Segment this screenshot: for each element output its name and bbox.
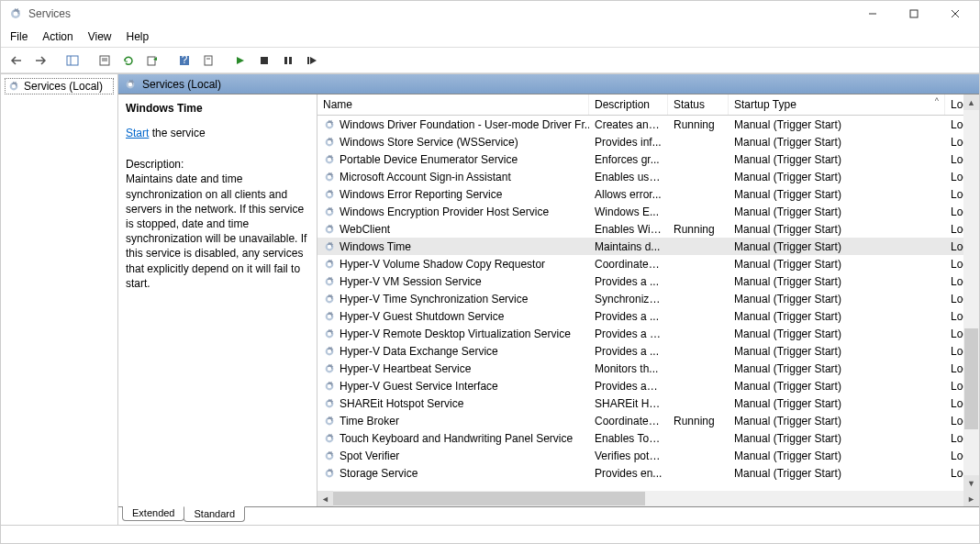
table-row[interactable]: Windows Driver Foundation - User-mode Dr… — [317, 116, 979, 133]
col-name[interactable]: Name — [317, 94, 589, 115]
action-suffix: the service — [149, 127, 205, 139]
close-button[interactable] — [934, 1, 975, 27]
svg-rect-3 — [910, 10, 918, 17]
scroll-right-icon[interactable]: ► — [963, 491, 979, 506]
horizontal-scrollbar[interactable]: ◄ ► — [317, 491, 979, 506]
service-name: Windows Error Reporting Service — [340, 188, 502, 201]
help-button[interactable]: ? — [174, 50, 195, 71]
show-hide-tree-button[interactable] — [62, 50, 83, 71]
service-name: SHAREit Hotspot Service — [340, 397, 463, 410]
service-desc: Synchronize... — [589, 293, 668, 305]
service-name: Touch Keyboard and Handwriting Panel Ser… — [340, 432, 573, 445]
bottom-tabs: Extended Standard — [118, 506, 979, 525]
vertical-scrollbar[interactable]: ▲ ▼ — [963, 94, 979, 491]
table-row[interactable]: Hyper-V Data Exchange ServiceProvides a … — [317, 342, 979, 360]
service-name: Hyper-V VM Session Service — [340, 275, 482, 288]
content-header: Services (Local) — [118, 74, 979, 94]
service-desc: Verifies pote... — [589, 450, 668, 462]
service-desc: Windows E... — [589, 205, 668, 218]
service-startup: Manual (Trigger Start) — [729, 415, 945, 427]
svg-rect-16 — [261, 57, 268, 64]
menu-help[interactable]: Help — [127, 30, 150, 43]
scroll-left-icon[interactable]: ◄ — [317, 491, 333, 506]
service-startup: Manual (Trigger Start) — [729, 223, 945, 236]
table-row[interactable]: Windows Encryption Provider Host Service… — [317, 203, 979, 220]
tree-root-label: Services (Local) — [24, 80, 103, 93]
maximize-button[interactable] — [893, 1, 934, 27]
vscroll-thumb[interactable] — [964, 328, 978, 429]
selected-service-name: Windows Time — [126, 102, 309, 115]
stop-service-button[interactable] — [254, 50, 274, 71]
service-startup: Manual (Trigger Start) — [729, 275, 945, 288]
service-list: Name Description Status Startup Type^ Lo… — [317, 94, 979, 506]
tree-root-item[interactable]: Services (Local) — [5, 78, 114, 94]
svg-rect-11 — [148, 57, 155, 65]
help2-button[interactable] — [198, 50, 218, 71]
service-startup: Manual (Trigger Start) — [729, 171, 945, 183]
col-description[interactable]: Description — [589, 94, 668, 115]
table-row[interactable]: Spot VerifierVerifies pote...Manual (Tri… — [317, 447, 979, 464]
col-status[interactable]: Status — [668, 94, 729, 115]
gear-icon — [323, 293, 336, 305]
table-row[interactable]: WebClientEnables Win...RunningManual (Tr… — [317, 220, 979, 238]
table-row[interactable]: Touch Keyboard and Handwriting Panel Ser… — [317, 429, 979, 447]
table-row[interactable]: SHAREit Hotspot ServiceSHAREit Ho...Manu… — [317, 394, 979, 412]
service-desc: Provides a p... — [589, 328, 668, 340]
table-row[interactable]: Time BrokerCoordinates...RunningManual (… — [317, 412, 979, 429]
start-service-button[interactable] — [230, 50, 251, 71]
back-button[interactable] — [6, 50, 27, 71]
refresh-button[interactable] — [118, 50, 139, 71]
service-name: Hyper-V Time Synchronization Service — [340, 293, 528, 305]
table-row[interactable]: Portable Device Enumerator ServiceEnforc… — [317, 150, 979, 168]
table-row[interactable]: Hyper-V Time Synchronization ServiceSync… — [317, 290, 979, 307]
main-area: Services (Local) Services (Local) Window… — [1, 73, 979, 525]
service-name: Windows Encryption Provider Host Service — [340, 205, 549, 218]
service-status: Running — [668, 223, 729, 236]
service-desc: SHAREit Ho... — [589, 397, 668, 410]
table-row[interactable]: Storage ServiceProvides en...Manual (Tri… — [317, 464, 979, 482]
service-desc: Provides en... — [589, 467, 668, 480]
col-startup[interactable]: Startup Type^ — [729, 94, 945, 115]
service-startup: Manual (Trigger Start) — [729, 293, 945, 305]
start-link[interactable]: Start — [126, 127, 149, 139]
svg-rect-18 — [289, 57, 292, 64]
gear-icon — [323, 240, 336, 253]
table-row[interactable]: Windows TimeMaintains d...Manual (Trigge… — [317, 238, 979, 255]
restart-service-button[interactable] — [302, 50, 322, 71]
sort-indicator-icon: ^ — [935, 96, 939, 105]
svg-text:?: ? — [182, 55, 188, 66]
content-pane: Services (Local) Windows Time Start the … — [118, 74, 979, 525]
service-startup: Manual (Trigger Start) — [729, 118, 945, 131]
titlebar: Services — [1, 1, 979, 27]
properties-button[interactable] — [95, 50, 115, 71]
menu-view[interactable]: View — [88, 30, 112, 43]
service-name: Hyper-V Volume Shadow Copy Requestor — [340, 258, 545, 271]
table-row[interactable]: Windows Store Service (WSService)Provide… — [317, 133, 979, 150]
gear-icon — [323, 467, 336, 480]
table-row[interactable]: Hyper-V Volume Shadow Copy RequestorCoor… — [317, 255, 979, 272]
menu-file[interactable]: File — [10, 30, 28, 43]
table-row[interactable]: Hyper-V Heartbeat ServiceMonitors th...M… — [317, 360, 979, 377]
minimize-button[interactable] — [852, 1, 893, 27]
service-startup: Manual (Trigger Start) — [729, 136, 945, 149]
scroll-down-icon[interactable]: ▼ — [963, 475, 979, 491]
forward-button[interactable] — [30, 50, 50, 71]
tab-extended[interactable]: Extended — [122, 506, 184, 521]
service-status: Running — [668, 415, 729, 427]
table-row[interactable]: Hyper-V Guest Shutdown ServiceProvides a… — [317, 307, 979, 325]
table-row[interactable]: Microsoft Account Sign-in AssistantEnabl… — [317, 168, 979, 185]
table-row[interactable]: Hyper-V Remote Desktop Virtualization Se… — [317, 325, 979, 342]
pause-service-button[interactable] — [278, 50, 298, 71]
service-desc: Allows error... — [589, 188, 668, 201]
service-desc: Provides a ... — [589, 345, 668, 358]
table-row[interactable]: Hyper-V Guest Service InterfaceProvides … — [317, 377, 979, 394]
service-name: Hyper-V Data Exchange Service — [340, 345, 498, 358]
scroll-up-icon[interactable]: ▲ — [963, 94, 979, 110]
tab-standard[interactable]: Standard — [184, 506, 245, 522]
table-row[interactable]: Hyper-V VM Session ServiceProvides a ...… — [317, 272, 979, 290]
table-row[interactable]: Windows Error Reporting ServiceAllows er… — [317, 185, 979, 203]
description-text: Maintains date and time synchronization … — [126, 172, 309, 291]
export-button[interactable] — [142, 50, 162, 71]
hscroll-thumb[interactable] — [333, 492, 645, 505]
menu-action[interactable]: Action — [42, 30, 72, 43]
